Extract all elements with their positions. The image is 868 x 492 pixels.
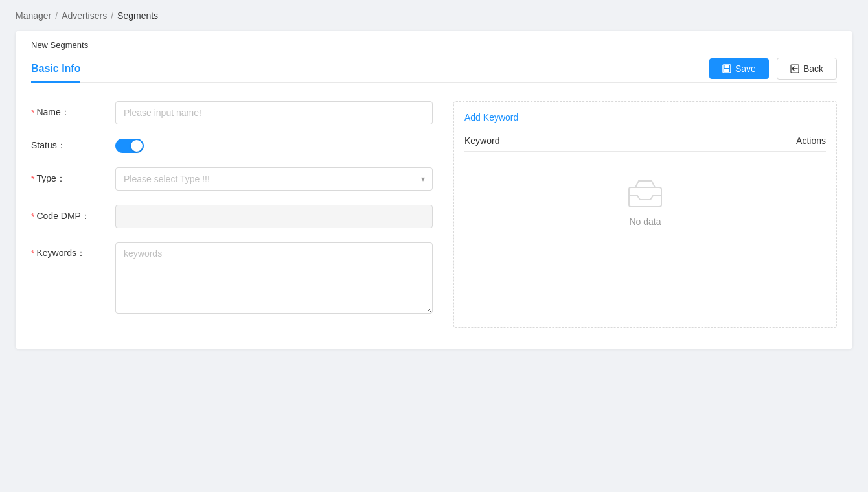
svg-rect-1 bbox=[724, 65, 729, 68]
code-dmp-label-text: Code DMP： bbox=[36, 211, 89, 222]
name-label-text: Name： bbox=[36, 107, 69, 119]
name-input[interactable] bbox=[115, 101, 433, 124]
form-left: * Name： Status： bbox=[31, 101, 433, 328]
breadcrumb-sep-1: / bbox=[55, 10, 58, 21]
status-label: Status： bbox=[31, 140, 115, 152]
tab-basic-info[interactable]: Basic Info bbox=[31, 55, 80, 83]
keywords-label: * Keywords： bbox=[31, 242, 115, 259]
status-label-text: Status： bbox=[31, 140, 66, 152]
code-dmp-label: * Code DMP： bbox=[31, 211, 115, 222]
keyword-header: Add Keyword bbox=[464, 112, 826, 123]
name-row: * Name： bbox=[31, 101, 433, 124]
type-label: * Type： bbox=[31, 173, 115, 185]
name-label: * Name： bbox=[31, 107, 115, 119]
add-keyword-button[interactable]: Add Keyword bbox=[464, 112, 518, 123]
breadcrumb-manager[interactable]: Manager bbox=[16, 10, 51, 21]
breadcrumb: Manager / Advertisers / Segments bbox=[0, 0, 868, 31]
type-required-star: * bbox=[31, 174, 34, 184]
code-dmp-input[interactable]: 2825850 bbox=[115, 205, 433, 228]
new-segments-title: New Segments bbox=[31, 40, 88, 50]
toggle-thumb bbox=[131, 140, 143, 152]
code-dmp-required-star: * bbox=[31, 211, 34, 222]
status-row: Status： bbox=[31, 139, 433, 153]
type-select[interactable]: Please select Type !!! bbox=[115, 167, 433, 191]
type-row: * Type： Please select Type !!! ▾ bbox=[31, 167, 433, 191]
keyword-panel: Add Keyword Keyword Actions No data bbox=[453, 101, 837, 328]
save-label: Save bbox=[735, 64, 756, 74]
keyword-empty-state: No data bbox=[464, 152, 826, 253]
breadcrumb-segments: Segments bbox=[117, 10, 158, 21]
main-card: New Segments Basic Info Save Back bbox=[16, 31, 852, 349]
no-data-text: No data bbox=[629, 217, 661, 227]
keywords-label-text: Keywords： bbox=[36, 248, 85, 259]
back-label: Back bbox=[803, 64, 823, 74]
back-icon bbox=[790, 64, 799, 73]
keyword-table-header: Keyword Actions bbox=[464, 130, 826, 152]
keyword-col-header: Keyword bbox=[464, 135, 499, 146]
svg-rect-4 bbox=[629, 187, 661, 207]
name-required-star: * bbox=[31, 108, 34, 118]
type-label-text: Type： bbox=[36, 173, 65, 185]
breadcrumb-advertisers[interactable]: Advertisers bbox=[62, 10, 107, 21]
breadcrumb-sep-2: / bbox=[111, 10, 113, 21]
status-toggle-wrap[interactable] bbox=[115, 139, 144, 153]
save-icon bbox=[722, 64, 731, 73]
keywords-row: * Keywords： bbox=[31, 242, 433, 314]
svg-rect-2 bbox=[724, 69, 729, 72]
actions-col-header: Actions bbox=[796, 135, 826, 146]
keywords-required-star: * bbox=[31, 248, 34, 259]
tabs-row: Basic Info Save Back bbox=[31, 55, 837, 83]
card-header: New Segments bbox=[31, 31, 837, 55]
status-toggle[interactable] bbox=[115, 139, 144, 153]
keywords-textarea[interactable] bbox=[115, 242, 433, 314]
type-select-wrap: Please select Type !!! ▾ bbox=[115, 167, 433, 191]
form-content: * Name： Status： bbox=[31, 101, 837, 328]
save-button[interactable]: Save bbox=[709, 58, 769, 79]
back-button[interactable]: Back bbox=[777, 58, 837, 80]
empty-inbox-icon bbox=[626, 178, 665, 210]
code-dmp-row: * Code DMP： 2825850 bbox=[31, 205, 433, 228]
tab-actions: Save Back bbox=[709, 58, 837, 80]
